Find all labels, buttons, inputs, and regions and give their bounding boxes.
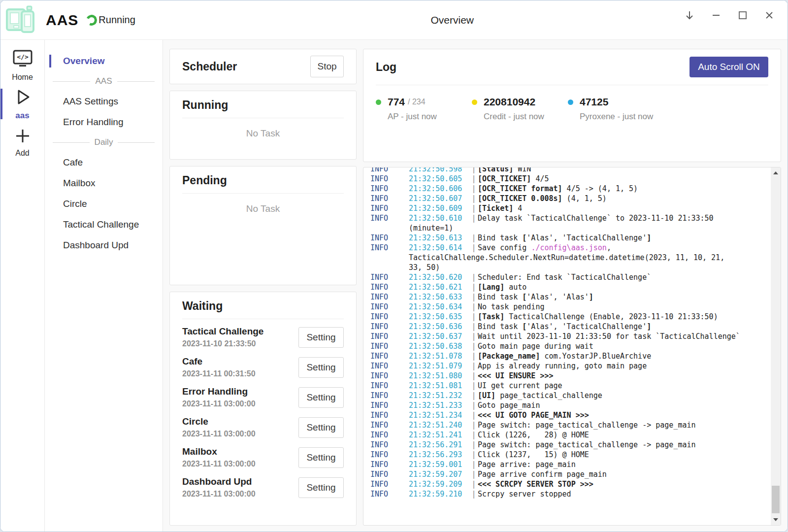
log-separator: | xyxy=(470,361,478,371)
log-separator: | xyxy=(470,469,478,479)
minimize-button[interactable] xyxy=(711,5,722,27)
log-separator: | xyxy=(470,282,478,292)
log-timestamp: 21:32:51.234 xyxy=(409,410,470,420)
log-level: INFO xyxy=(370,361,409,371)
log-separator: | xyxy=(470,292,478,302)
scheduler-column: Scheduler Stop Running No Task Pending N… xyxy=(169,49,357,526)
rail-item-label: Home xyxy=(12,73,33,82)
log-viewer[interactable]: INFO21:32:50.598|[Status] WININFO21:32:5… xyxy=(363,167,781,526)
log-entry: INFO21:32:50.609|[Ticket] 4 xyxy=(363,203,770,213)
sidebar-item-cafe[interactable]: Cafe xyxy=(45,152,163,173)
stat-dot-icon xyxy=(568,100,573,105)
maximize-button[interactable] xyxy=(737,5,748,27)
scrollbar-up-arrow-icon[interactable] xyxy=(771,168,781,177)
rail-item-home[interactable]: </>Home xyxy=(0,49,44,82)
log-timestamp: 21:32:56.293 xyxy=(409,450,470,460)
log-entry: INFO21:32:50.598|[Status] WIN xyxy=(363,167,770,174)
waiting-task-row-tactical-challenge: Tactical Challenge2023-11-10 21:33:50Set… xyxy=(182,322,344,352)
log-separator: | xyxy=(470,489,478,499)
divider xyxy=(182,118,344,118)
log-message: No task pending xyxy=(478,302,770,312)
log-timestamp: 21:32:50.606 xyxy=(409,184,470,194)
log-title: Log xyxy=(376,61,396,74)
log-entry: INFO21:32:50.633|Bind task ['Alas', 'Ala… xyxy=(363,292,770,302)
stat-value: 47125 xyxy=(580,96,608,108)
app-logo-icon xyxy=(5,5,37,35)
setting-button-cafe[interactable]: Setting xyxy=(298,357,344,378)
log-timestamp: 21:32:51.241 xyxy=(409,430,470,440)
arrow-down-icon xyxy=(684,10,695,23)
sidebar-item-aas-settings[interactable]: AAS Settings xyxy=(45,91,163,112)
rail-item-aas[interactable]: aas xyxy=(0,87,44,121)
sidebar-item-circle[interactable]: Circle xyxy=(45,194,163,214)
log-entry: INFO21:32:51.081|UI get current page xyxy=(363,381,770,391)
stop-button[interactable]: Stop xyxy=(310,56,344,77)
stat-value: 220810942 xyxy=(484,96,535,108)
log-timestamp: 21:32:50.621 xyxy=(409,282,470,292)
setting-button-mailbox[interactable]: Setting xyxy=(298,447,344,468)
log-separator: | xyxy=(470,332,478,341)
log-message: [OCR_TICKET 0.008s] (4, 1, 5) xyxy=(478,194,770,203)
arrow-down-button[interactable] xyxy=(684,5,695,27)
log-separator: | xyxy=(470,233,478,243)
minimize-icon xyxy=(711,10,722,23)
log-timestamp: 21:32:50.613 xyxy=(409,233,470,243)
log-entry: INFO21:32:50.638|Goto main page during w… xyxy=(363,341,770,351)
sidebar-item-label: Tactical Challenge xyxy=(63,219,139,230)
log-entry: INFO21:32:50.636|Bind task ['Alas', 'Tac… xyxy=(363,322,770,332)
log-level: INFO xyxy=(370,351,409,361)
setting-button-tactical-challenge[interactable]: Setting xyxy=(298,327,344,348)
divider-line xyxy=(53,81,90,82)
scrollbar-thumb[interactable] xyxy=(772,486,780,513)
scrollbar-down-arrow-icon[interactable] xyxy=(771,515,781,524)
log-timestamp: 21:32:50.598 xyxy=(409,167,470,174)
log-entry: INFO21:32:50.607|[OCR_TICKET 0.008s] (4,… xyxy=(363,194,770,203)
log-separator: | xyxy=(470,479,478,489)
waiting-title: Waiting xyxy=(170,292,356,319)
log-timestamp: 21:32:50.635 xyxy=(409,312,470,322)
waiting-task-next-run: 2023-11-11 00:31:50 xyxy=(182,369,256,378)
log-timestamp: 21:32:59.209 xyxy=(409,479,470,489)
waiting-task-info: Dashboard Upd2023-11-11 03:00:00 xyxy=(182,476,256,499)
log-message: Click (1237, 15) @ HOME xyxy=(478,450,770,460)
log-level: INFO xyxy=(370,410,409,420)
app-window: AAS Running Overview </>HomeaasAdd Overv… xyxy=(0,0,788,532)
log-level: INFO xyxy=(370,341,409,351)
auto-scroll-button[interactable]: Auto Scroll ON xyxy=(690,57,768,77)
page-title: Overview xyxy=(430,14,474,26)
log-timestamp: 21:32:50.614 xyxy=(409,243,470,253)
log-message: [Package_name] com.YostarJP.BlueArchive xyxy=(478,351,770,361)
sidebar-item-dashboard-upd[interactable]: Dashboard Upd xyxy=(45,235,163,256)
setting-button-circle[interactable]: Setting xyxy=(298,417,344,438)
log-message: Goto page_main xyxy=(478,400,770,410)
log-message: Bind task ['Alas', 'TacticalChallenge'] xyxy=(478,233,770,243)
divider xyxy=(182,193,344,194)
log-message: Bind task ['Alas', 'Alas'] xyxy=(478,292,770,302)
log-entry: INFO21:32:50.620|Scheduler: End task `Ta… xyxy=(363,272,770,282)
log-entry: INFO21:32:51.241|Click (1226, 28) @ HOME xyxy=(363,430,770,440)
log-timestamp: 21:32:50.637 xyxy=(409,332,470,341)
app-name: AAS xyxy=(46,12,78,29)
sidebar-item-error-handling[interactable]: Error Handling xyxy=(45,112,163,133)
log-timestamp: 21:32:50.609 xyxy=(409,203,470,213)
setting-button-dashboard-upd[interactable]: Setting xyxy=(298,477,344,498)
sidebar-item-label: Circle xyxy=(63,199,87,209)
rail-item-add[interactable]: Add xyxy=(0,126,44,159)
log-entry: INFO21:32:59.210|Scrcpy server stopped xyxy=(363,489,770,499)
sidebar-item-overview[interactable]: Overview xyxy=(45,51,163,71)
log-separator: | xyxy=(470,391,478,400)
setting-button-error-handling[interactable]: Setting xyxy=(298,387,344,408)
log-level: INFO xyxy=(370,322,409,332)
waiting-task-next-run: 2023-11-11 03:00:00 xyxy=(182,430,256,438)
sidebar-item-tactical-challenge[interactable]: Tactical Challenge xyxy=(45,214,163,235)
log-timestamp: 21:32:51.232 xyxy=(409,391,470,400)
close-button[interactable] xyxy=(764,5,775,27)
log-scrollbar[interactable] xyxy=(771,167,781,525)
log-timestamp: 21:32:50.607 xyxy=(409,194,470,203)
sidebar-item-mailbox[interactable]: Mailbox xyxy=(45,173,163,194)
log-entry: INFO21:32:56.291|Page switch: page_tacti… xyxy=(363,440,770,450)
log-timestamp: 21:32:50.610 xyxy=(409,213,470,223)
divider-line xyxy=(117,81,155,82)
log-level: INFO xyxy=(370,312,409,322)
log-message: Wait until 2023-11-10 21:33:50 for task … xyxy=(478,332,770,341)
